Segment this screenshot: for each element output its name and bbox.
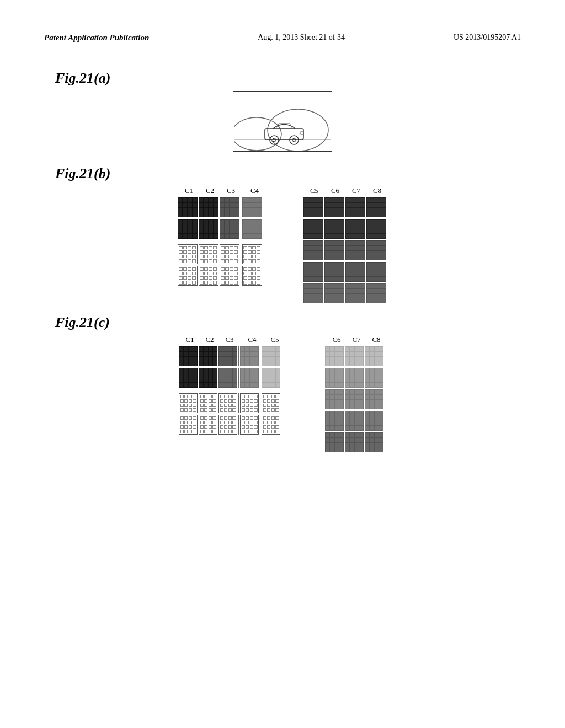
blk-b-light-r3c2 bbox=[199, 244, 218, 264]
fig-21b-right-row4 bbox=[299, 262, 386, 282]
blk-br-r1c8 bbox=[366, 197, 386, 217]
fig-21b-left-row3 bbox=[178, 244, 262, 264]
blk-b-dark-r1c1 bbox=[178, 197, 198, 217]
col-c4-c: C4 bbox=[242, 335, 262, 344]
car-image bbox=[233, 91, 332, 152]
blk-b-light-r4c3 bbox=[220, 266, 239, 286]
fig-21b-section: Fig.21(b) C1 C2 C3 C4 bbox=[44, 165, 521, 303]
blk-b-dark-r2c4 bbox=[242, 219, 262, 239]
car-scene-svg bbox=[234, 93, 331, 151]
fig-21b-content: C1 C2 C3 C4 bbox=[44, 186, 521, 303]
fig-21b-left-group: C1 C2 C3 C4 bbox=[178, 186, 265, 286]
vsep-b-r4 bbox=[241, 266, 241, 286]
svg-rect-0 bbox=[234, 93, 331, 151]
blk-b-light-r4c4 bbox=[242, 266, 262, 286]
blk-b-dark-r2c1 bbox=[178, 219, 198, 239]
fig-21c-right-group: C6 C7 C8 bbox=[318, 335, 386, 452]
fig-21b-right-group: C5 C6 C7 C8 bbox=[299, 186, 388, 303]
blk-b-dark-r1c3 bbox=[220, 197, 239, 217]
fig-21a-section: Fig.21(a) bbox=[44, 70, 521, 157]
blk-br-r1c6 bbox=[324, 197, 344, 217]
col-c3-c: C3 bbox=[220, 335, 239, 344]
col-c6-c: C6 bbox=[327, 335, 347, 344]
vsep-b-r3 bbox=[241, 244, 241, 264]
blk-b-light-r3c4 bbox=[242, 244, 262, 264]
fig-21c-left-light-rows bbox=[179, 393, 280, 435]
fig-21c-content: C1 C2 C3 C4 C5 bbox=[44, 335, 521, 452]
fig-21c-left-labels: C1 C2 C3 C4 C5 bbox=[180, 335, 285, 344]
blk-b-dark-r1c4 bbox=[242, 197, 262, 217]
blk-b-light-r3c1 bbox=[178, 244, 198, 264]
fig-21b-left-row4 bbox=[178, 266, 262, 286]
col-c1-b: C1 bbox=[179, 186, 200, 195]
fig-21b-label: Fig.21(b) bbox=[55, 165, 110, 182]
col-c6-b: C6 bbox=[325, 186, 346, 195]
blk-b-light-r4c2 bbox=[199, 266, 218, 286]
fig-21b-left-labels: C1 C2 C3 C4 bbox=[179, 186, 265, 195]
fig-21c-left-group: C1 C2 C3 C4 C5 bbox=[179, 335, 285, 435]
fig-21b-left-light-rows bbox=[178, 244, 262, 286]
fig-21a-label: Fig.21(a) bbox=[55, 70, 110, 87]
header-right: US 2013/0195207 A1 bbox=[454, 33, 521, 42]
blk-b-light-r4c1 bbox=[178, 266, 198, 286]
fig-21c-label: Fig.21(c) bbox=[55, 314, 110, 331]
blk-br-r1c7 bbox=[345, 197, 365, 217]
col-c7-c: C7 bbox=[347, 335, 366, 344]
fig-21c-right-labels: C6 C7 C8 bbox=[327, 335, 386, 344]
blk-b-dark-r1c2 bbox=[199, 197, 218, 217]
patent-page: Patent Application Publication Aug. 1, 2… bbox=[0, 0, 565, 728]
col-c5-b: C5 bbox=[304, 186, 325, 195]
fig-21a-content bbox=[44, 91, 521, 157]
fig-21c-right-dark-rows bbox=[318, 346, 383, 452]
header-left: Patent Application Publication bbox=[44, 33, 149, 42]
fig-21c-left-dark-rows bbox=[179, 346, 280, 388]
blk-b-light-r3c3 bbox=[220, 244, 239, 264]
col-c3-b: C3 bbox=[221, 186, 242, 195]
col-c5-c: C5 bbox=[265, 335, 285, 344]
col-c8-b: C8 bbox=[367, 186, 388, 195]
col-c1-c: C1 bbox=[180, 335, 200, 344]
col-c2-b: C2 bbox=[200, 186, 221, 195]
fig-21b-right-row1 bbox=[299, 197, 386, 217]
col-c8-c: C8 bbox=[366, 335, 386, 344]
fig-21b-right-row3 bbox=[299, 240, 386, 260]
fig-21b-left-row2 bbox=[178, 219, 262, 239]
blk-b-dark-r2c2 bbox=[199, 219, 218, 239]
col-c2-c: C2 bbox=[200, 335, 220, 344]
fig-21b-right-row5 bbox=[299, 283, 386, 303]
fig-21b-left-dark-rows bbox=[178, 197, 262, 239]
col-c7-b: C7 bbox=[346, 186, 367, 195]
fig-21b-right-dark-rows bbox=[299, 197, 386, 303]
fig-21b-right-labels: C5 C6 C7 C8 bbox=[304, 186, 388, 195]
col-c4-b: C4 bbox=[244, 186, 265, 195]
page-header: Patent Application Publication Aug. 1, 2… bbox=[44, 33, 521, 42]
vsep-b-r2 bbox=[241, 219, 241, 239]
vsep-br-r1 bbox=[299, 197, 299, 217]
fig-21b-left-row1 bbox=[178, 197, 262, 217]
fig-21b-right-row2 bbox=[299, 219, 386, 239]
vsep-b-r1 bbox=[241, 197, 241, 217]
fig-21c-section: Fig.21(c) C1 C2 C3 C4 C5 bbox=[44, 314, 521, 452]
blk-br-r1c5 bbox=[303, 197, 323, 217]
blk-b-dark-r2c3 bbox=[220, 219, 239, 239]
header-center: Aug. 1, 2013 Sheet 21 of 34 bbox=[258, 33, 345, 42]
